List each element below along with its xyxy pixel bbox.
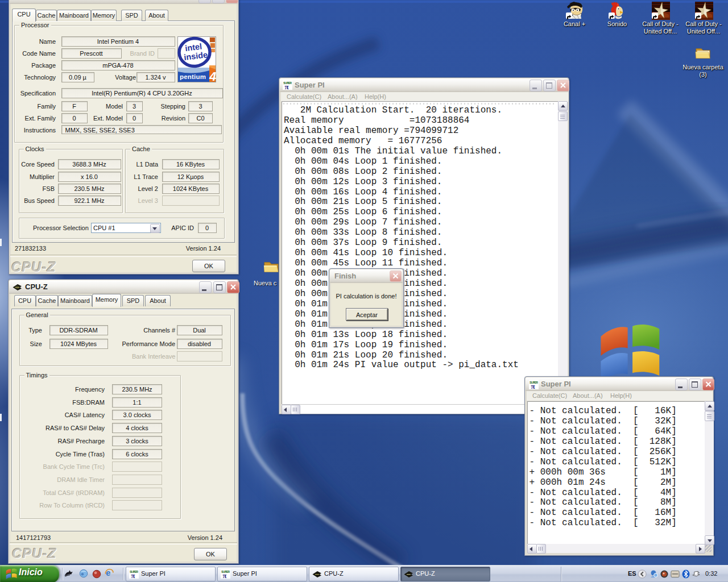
svg-text:π: π [131, 572, 135, 579]
svg-text:pentium: pentium [180, 73, 206, 80]
svg-text:π: π [531, 382, 535, 389]
svg-text:4: 4 [209, 69, 216, 82]
svg-text:π: π [285, 82, 289, 90]
svg-text:π: π [223, 572, 227, 579]
